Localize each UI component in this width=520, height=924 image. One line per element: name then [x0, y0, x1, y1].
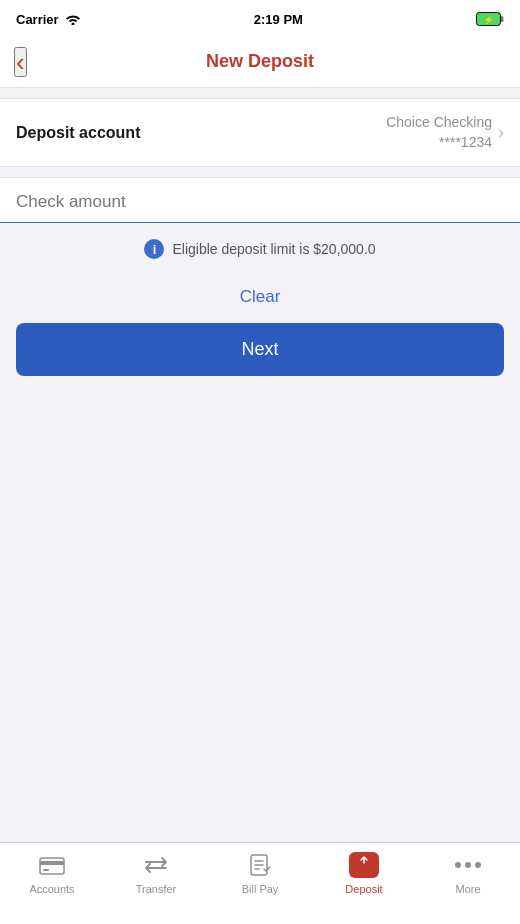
tab-deposit[interactable]: Deposit	[312, 851, 416, 895]
tab-transfer[interactable]: Transfer	[104, 851, 208, 895]
next-button-wrapper: Next	[0, 323, 520, 376]
svg-rect-6	[43, 869, 49, 871]
deposit-account-row[interactable]: Deposit account Choice Checking ****1234…	[0, 98, 520, 167]
check-amount-input[interactable]	[16, 192, 504, 212]
content-area: Deposit account Choice Checking ****1234…	[0, 98, 520, 376]
status-carrier: Carrier	[16, 12, 81, 27]
more-tab-label: More	[455, 883, 480, 895]
wifi-icon	[65, 13, 81, 25]
back-button[interactable]: ‹	[14, 47, 27, 77]
tab-accounts[interactable]: Accounts	[0, 851, 104, 895]
more-icon	[454, 851, 482, 879]
svg-point-16	[465, 862, 471, 868]
info-section: i Eligible deposit limit is $20,000.0	[0, 223, 520, 275]
billpay-tab-label: Bill Pay	[242, 883, 279, 895]
check-amount-section	[0, 177, 520, 223]
billpay-icon	[246, 851, 274, 879]
tab-bar: Accounts Transfer Bill Pay	[0, 842, 520, 924]
svg-rect-12	[357, 862, 362, 865]
deposit-account-value: Choice Checking ****1234	[386, 113, 492, 152]
deposit-account-label: Deposit account	[16, 124, 140, 142]
status-time: 2:19 PM	[254, 12, 303, 27]
deposit-account-right: Choice Checking ****1234 ›	[386, 113, 504, 152]
battery-icon: ⚡	[476, 12, 504, 26]
svg-text:⚡: ⚡	[483, 14, 495, 26]
svg-point-15	[455, 862, 461, 868]
svg-point-17	[475, 862, 481, 868]
accounts-icon	[38, 851, 66, 879]
transfer-icon	[142, 851, 170, 879]
nav-bar: ‹ New Deposit	[0, 36, 520, 88]
deposit-icon	[350, 851, 378, 879]
clear-button[interactable]: Clear	[0, 275, 520, 319]
next-button[interactable]: Next	[16, 323, 504, 376]
svg-rect-4	[40, 858, 64, 874]
status-battery: ⚡	[476, 12, 504, 26]
page-title: New Deposit	[206, 51, 314, 72]
accounts-tab-label: Accounts	[29, 883, 74, 895]
info-icon: i	[144, 239, 164, 259]
svg-rect-5	[40, 861, 64, 865]
deposit-tab-label: Deposit	[345, 883, 382, 895]
status-bar: Carrier 2:19 PM ⚡	[0, 0, 520, 36]
tab-billpay[interactable]: Bill Pay	[208, 851, 312, 895]
tab-more[interactable]: More	[416, 851, 520, 895]
svg-rect-2	[501, 16, 504, 22]
chevron-right-icon: ›	[498, 122, 504, 143]
transfer-tab-label: Transfer	[136, 883, 177, 895]
info-text: Eligible deposit limit is $20,000.0	[172, 241, 375, 257]
